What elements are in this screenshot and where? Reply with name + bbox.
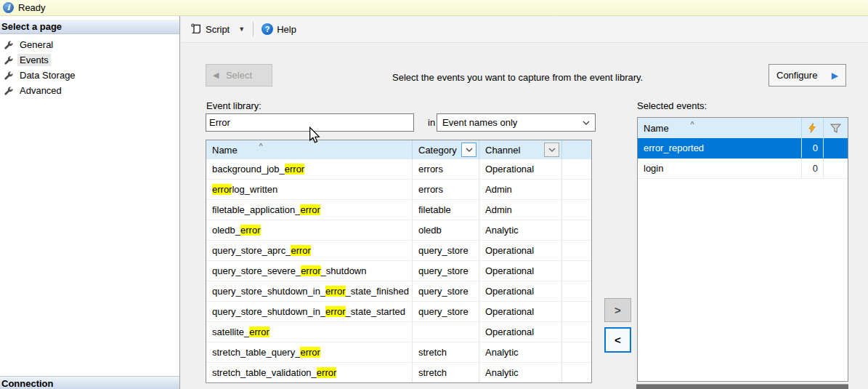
event-category-cell: errors [412,159,479,179]
configure-label: Configure [776,70,817,81]
chevron-down-icon [548,148,556,152]
event-filler-cell [561,261,591,281]
help-label: Help [277,24,296,35]
column-header-filler [561,140,591,159]
in-label: in [428,117,435,128]
search-match-highlight: error [249,326,269,337]
event-category-cell: query_store [412,281,479,301]
chevron-down-icon [583,121,590,125]
event-library-row[interactable]: satellite_error Operational [206,322,591,342]
event-filler-cell [561,200,591,220]
event-channel-cell: Analytic [479,342,561,362]
event-filler-cell [561,241,591,260]
search-match-highlight: error [300,347,320,358]
search-match-highlight: error [317,367,336,378]
chevron-down-icon [466,148,473,152]
selected-table-header: Name ^ [638,118,848,138]
event-library-row[interactable]: query_store_shutdown_in_error_state_star… [206,302,591,322]
selected-event-filter-cell [823,138,848,158]
event-name-cell: satellite_error [206,322,412,342]
event-category-cell: query_store [412,241,479,260]
column-header-category[interactable]: Category [412,140,479,159]
event-library-table: Name ^ Category Channel background_job_e… [206,140,592,383]
sidebar-item-label: General [17,39,55,51]
wrench-icon [4,71,14,81]
remove-event-button[interactable]: < [604,327,631,353]
column-header-event-count[interactable] [801,118,823,138]
search-match-highlight: error [240,225,260,236]
event-table-header: Name ^ Category Channel [206,140,591,159]
script-button[interactable]: Script [187,21,232,37]
category-filter-button[interactable] [461,143,476,157]
search-scope-dropdown[interactable]: Event names only [437,113,596,132]
event-name-cell: errorlog_written [206,180,412,199]
event-library-row[interactable]: oledb_error oledb Analytic [206,220,591,241]
sidebar-item-label: Data Storage [17,69,78,81]
selected-event-row[interactable]: error_reported 0 [638,138,848,159]
selected-event-row[interactable]: login 0 [638,159,848,179]
channel-filter-button[interactable] [544,143,559,157]
event-category-cell: errors [412,180,479,199]
category-column-label: Category [418,145,457,156]
channel-column-label: Channel [485,145,520,156]
script-icon [190,23,202,35]
select-a-page-header: Select a page [0,20,179,34]
instruction-text: Select the events you want to capture fr… [392,72,643,83]
event-filler-cell [561,159,591,179]
forward-arrow-icon: ▶ [832,71,838,81]
select-button[interactable]: ◀ Select [206,64,272,87]
sidebar-page-item[interactable]: Events [0,52,179,68]
script-dropdown-caret[interactable]: ▼ [235,23,248,35]
help-button[interactable]: ? Help [259,21,299,37]
sidebar-page-item[interactable]: General [0,37,179,52]
event-library-row[interactable]: query_store_shutdown_in_error_state_fini… [206,281,591,302]
event-category-cell: filetable [412,200,479,220]
event-name-cell: query_store_aprc_error [206,241,412,260]
sidebar-page-item[interactable]: Data Storage [0,68,179,83]
help-icon: ? [261,23,273,35]
column-header-name[interactable]: Name ^ [206,140,412,159]
event-library-row[interactable]: filetable_application_error filetable Ad… [206,200,591,220]
event-library-row[interactable]: query_store_severe_error_shutdown query_… [206,261,591,281]
toolbar: Script ▼ ? Help [181,16,868,43]
event-search-input[interactable] [206,113,414,132]
event-category-cell: query_store [412,302,479,321]
wrench-icon [4,55,14,65]
event-category-cell [412,322,479,342]
sidebar-page-item[interactable]: Advanced [0,83,179,98]
column-header-filter[interactable] [823,118,848,138]
selected-events-table: Name ^ error_reported 0 login 0 [637,117,848,382]
status-text: Ready [18,2,46,13]
event-name-cell: background_job_error [206,159,412,179]
configure-button[interactable]: Configure ▶ [768,64,846,87]
event-library-row[interactable]: background_job_error errors Operational [206,159,591,180]
event-channel-cell: Analytic [479,220,561,240]
event-channel-cell: Operational [479,241,561,260]
event-library-label: Event library: [206,100,261,111]
search-match-highlight: error [300,204,320,215]
event-library-row[interactable]: stretch_table_validation_error stretch A… [206,363,591,383]
info-icon: i [3,2,14,13]
column-header-channel[interactable]: Channel [479,140,561,159]
sort-ascending-icon: ^ [259,143,263,151]
page-selector-panel: Select a page General Events Data Storag… [0,16,180,389]
selected-event-name-cell: login [638,159,801,178]
script-label: Script [206,24,230,35]
name-column-label: Name [212,145,238,156]
event-filler-cell [561,322,591,342]
search-match-highlight: error [325,306,345,317]
event-channel-cell: Operational [479,261,561,281]
connection-header: Connection [0,376,179,389]
event-library-row[interactable]: query_store_aprc_error query_store Opera… [206,241,591,261]
wrench-icon [4,86,14,96]
event-name-cell: filetable_application_error [206,200,412,220]
add-event-button[interactable]: > [604,298,631,322]
sidebar-item-label: Events [17,54,51,66]
event-library-row[interactable]: errorlog_written errors Admin [206,180,591,200]
event-library-row[interactable]: stretch_table_query_error stretch Analyt… [206,342,591,363]
back-arrow-icon: ◀ [213,71,219,80]
event-category-cell: query_store [412,261,479,281]
column-header-name[interactable]: Name ^ [638,118,801,138]
event-name-cell: query_store_shutdown_in_error_state_star… [206,302,412,321]
selected-event-name-cell: error_reported [638,138,801,158]
